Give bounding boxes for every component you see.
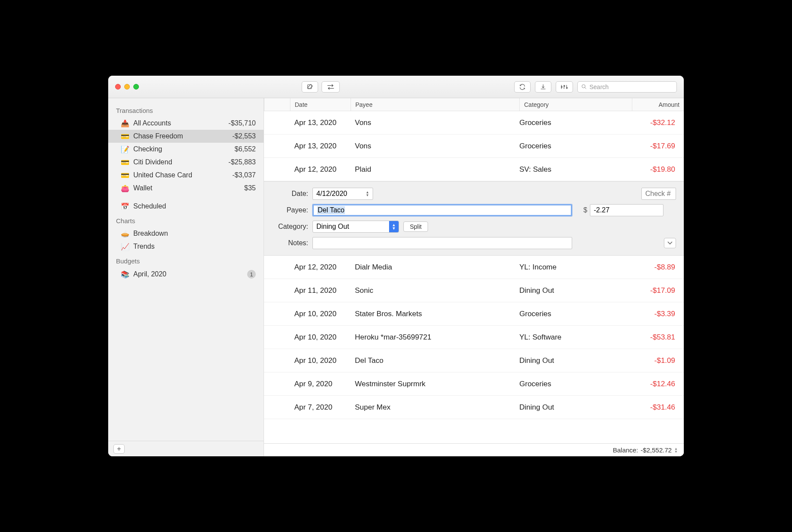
chevron-updown-icon: ▲▼ bbox=[389, 221, 399, 232]
table-row[interactable]: Apr 7, 2020Super MexDining Out-$31.46 bbox=[264, 396, 684, 419]
notes-label: Notes: bbox=[272, 239, 308, 247]
sidebar-item-label: All Accounts bbox=[133, 119, 224, 127]
currency-symbol: $ bbox=[583, 206, 587, 214]
amount-input[interactable] bbox=[590, 204, 663, 216]
sidebar-item-label: United Chase Card bbox=[133, 171, 228, 179]
row-category: Groceries bbox=[515, 310, 628, 318]
balance-value: -$2,552.72 bbox=[641, 446, 672, 454]
sidebar-item[interactable]: 💳Citi Dividend-$25,883 bbox=[108, 156, 264, 169]
sidebar-item-icon: 💳 bbox=[121, 171, 129, 179]
column-amount[interactable]: Amount bbox=[632, 98, 684, 111]
split-button[interactable]: Split bbox=[403, 221, 428, 232]
sidebar-item[interactable]: 💳United Chase Card-$3,037 bbox=[108, 169, 264, 182]
sidebar-section-header: Budgets bbox=[108, 253, 264, 267]
sidebar-item[interactable]: 👛Wallet$35 bbox=[108, 182, 264, 195]
table-row[interactable]: Apr 10, 2020Heroku *mar-35699721YL: Soft… bbox=[264, 326, 684, 349]
download-button[interactable] bbox=[535, 81, 551, 93]
sidebar-item-label: Checking bbox=[133, 145, 230, 153]
sidebar-section-header: Charts bbox=[108, 213, 264, 227]
category-select[interactable]: Dining Out ▲▼ bbox=[312, 221, 399, 233]
row-date: Apr 7, 2020 bbox=[290, 403, 351, 412]
table-row[interactable]: Apr 10, 2020Del TacoDining Out-$1.09 bbox=[264, 349, 684, 372]
transaction-editor: Date: 4/12/2020 ▲▼ Payee: Del Taco bbox=[264, 181, 684, 256]
sidebar-item[interactable]: 📚April, 20201 bbox=[108, 267, 264, 281]
row-category: Groceries bbox=[515, 142, 628, 151]
main-panel: Date Payee Category Amount Apr 13, 2020V… bbox=[264, 98, 684, 456]
payee-input[interactable]: Del Taco bbox=[312, 204, 572, 216]
sidebar-item[interactable]: 📅Scheduled bbox=[108, 200, 264, 213]
sidebar-item-amount: $6,552 bbox=[235, 145, 256, 153]
column-category[interactable]: Category bbox=[519, 98, 632, 111]
row-payee: Dialr Media bbox=[351, 263, 515, 272]
column-date[interactable]: Date bbox=[290, 98, 351, 111]
minimize-window-button[interactable] bbox=[124, 84, 130, 90]
sidebar-item[interactable]: 💳Chase Freedom-$2,553 bbox=[108, 130, 264, 143]
table-row[interactable]: Apr 11, 2020SonicDining Out-$17.09 bbox=[264, 279, 684, 302]
sidebar-item-icon: 📅 bbox=[121, 202, 129, 210]
row-category: Groceries bbox=[515, 119, 628, 127]
search-input[interactable]: Search bbox=[577, 81, 677, 93]
sidebar-item-icon: 💳 bbox=[121, 158, 129, 166]
row-category: YL: Software bbox=[515, 333, 628, 342]
row-payee: Heroku *mar-35699721 bbox=[351, 333, 515, 342]
zoom-window-button[interactable] bbox=[133, 84, 139, 90]
date-stepper-icon[interactable]: ▲▼ bbox=[366, 191, 369, 197]
close-window-button[interactable] bbox=[115, 84, 121, 90]
table-row[interactable]: Apr 13, 2020VonsGroceries-$17.69 bbox=[264, 135, 684, 158]
row-payee: Del Taco bbox=[351, 356, 515, 365]
row-category: SV: Sales bbox=[515, 165, 628, 174]
sidebar-item-amount: -$25,883 bbox=[229, 158, 256, 166]
row-date: Apr 12, 2020 bbox=[290, 165, 351, 174]
sidebar-item[interactable]: 📈Trends bbox=[108, 240, 264, 253]
row-date: Apr 9, 2020 bbox=[290, 380, 351, 388]
sidebar-item-label: Breakdown bbox=[133, 230, 256, 237]
row-category: YL: Income bbox=[515, 263, 628, 272]
column-payee[interactable]: Payee bbox=[351, 98, 519, 111]
sidebar-section-header: Transactions bbox=[108, 103, 264, 117]
notes-input[interactable] bbox=[312, 237, 572, 249]
window-controls bbox=[115, 84, 139, 90]
sidebar-footer: + bbox=[108, 441, 264, 456]
table-row[interactable]: Apr 13, 2020VonsGroceries-$32.12 bbox=[264, 111, 684, 135]
table-row[interactable]: Apr 9, 2020Westminster SuprmrkGroceries-… bbox=[264, 372, 684, 396]
row-payee: Vons bbox=[351, 119, 515, 127]
sidebar-item[interactable]: 📥All Accounts-$35,710 bbox=[108, 117, 264, 130]
sidebar-item-label: Citi Dividend bbox=[133, 158, 224, 166]
chevron-down-icon bbox=[667, 241, 673, 245]
column-flag[interactable] bbox=[264, 98, 290, 111]
titlebar: Search bbox=[108, 76, 684, 98]
table-row[interactable]: Apr 12, 2020Dialr MediaYL: Income-$8.89 bbox=[264, 256, 684, 279]
compose-button[interactable] bbox=[302, 81, 318, 93]
row-category: Dining Out bbox=[515, 286, 628, 295]
sidebar-item-label: Chase Freedom bbox=[133, 132, 228, 140]
row-payee: Westminster Suprmrk bbox=[351, 380, 515, 388]
row-amount: -$12.46 bbox=[628, 380, 679, 388]
row-amount: -$1.09 bbox=[628, 356, 679, 365]
table-row[interactable]: Apr 12, 2020PlaidSV: Sales-$19.80 bbox=[264, 158, 684, 181]
search-placeholder: Search bbox=[589, 83, 608, 90]
balance-stepper-icon[interactable]: ▲▼ bbox=[674, 447, 678, 453]
sidebar-item-amount: -$3,037 bbox=[232, 171, 256, 179]
row-payee: Super Mex bbox=[351, 403, 515, 412]
row-amount: -$31.46 bbox=[628, 403, 679, 412]
row-payee: Vons bbox=[351, 142, 515, 151]
sidebar-item[interactable]: 🥧Breakdown bbox=[108, 227, 264, 240]
transfer-button[interactable] bbox=[322, 81, 340, 93]
table-body[interactable]: Apr 13, 2020VonsGroceries-$32.12Apr 13, … bbox=[264, 111, 684, 443]
date-input[interactable]: 4/12/2020 ▲▼ bbox=[312, 188, 373, 200]
sync-button[interactable] bbox=[514, 81, 531, 93]
row-amount: -$3.39 bbox=[628, 310, 679, 318]
filter-button[interactable] bbox=[556, 81, 573, 93]
sidebar-item-icon: 📝 bbox=[121, 145, 129, 153]
row-payee: Stater Bros. Markets bbox=[351, 310, 515, 318]
check-number-input[interactable] bbox=[641, 188, 676, 200]
table-row[interactable]: Apr 10, 2020Stater Bros. MarketsGrocerie… bbox=[264, 302, 684, 326]
row-amount: -$53.81 bbox=[628, 333, 679, 342]
row-date: Apr 10, 2020 bbox=[290, 356, 351, 365]
sidebar-item-badge: 1 bbox=[247, 270, 256, 279]
expand-button[interactable] bbox=[664, 238, 676, 248]
sidebar-item[interactable]: 📝Checking$6,552 bbox=[108, 143, 264, 156]
sidebar-item-icon: 📥 bbox=[121, 119, 129, 127]
add-account-button[interactable]: + bbox=[113, 444, 125, 454]
row-date: Apr 11, 2020 bbox=[290, 286, 351, 295]
